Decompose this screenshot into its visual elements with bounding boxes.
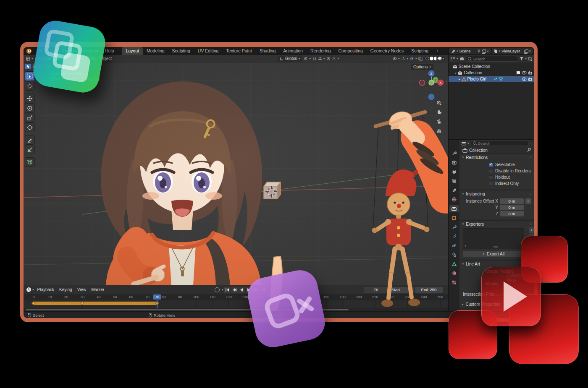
disable-render-camera-icon[interactable] [528, 71, 533, 75]
list-grip-icon[interactable] [494, 246, 498, 248]
gizmo-z-neg-axis[interactable] [428, 94, 435, 100]
outliner-search[interactable] [465, 56, 519, 62]
xray-toggle-icon[interactable] [418, 57, 423, 61]
pin-icon[interactable] [527, 148, 531, 152]
select-mode-tweak-icon[interactable] [25, 64, 31, 69]
tool-annotate[interactable] [25, 135, 34, 144]
checkbox[interactable] [489, 163, 493, 167]
checkbox[interactable] [489, 169, 493, 173]
tool-cursor[interactable] [25, 81, 34, 90]
tab-constraints[interactable] [449, 251, 459, 258]
prev-keyframe-button[interactable] [231, 287, 238, 293]
timeline-menu-item[interactable]: View [75, 287, 89, 292]
current-frame-badge[interactable]: 76 [153, 294, 161, 299]
gizmos-toggle[interactable]: ▾ [401, 57, 408, 61]
tab-particles[interactable] [449, 233, 459, 240]
overlays-toggle[interactable]: ▾ [410, 57, 417, 61]
new-collection-icon[interactable] [528, 57, 533, 61]
tool-transform[interactable] [25, 123, 34, 132]
camera-view-icon[interactable] [436, 118, 443, 125]
tab-modifiers[interactable] [449, 224, 459, 231]
tool-measure[interactable] [25, 145, 34, 154]
collection-exclude-checkbox[interactable] [516, 71, 520, 75]
viewlayer-selector[interactable]: ▾ ViewLayer × [492, 48, 533, 54]
tab-collection[interactable] [449, 205, 459, 212]
filter-funnel-icon[interactable] [520, 57, 524, 61]
outliner-row-collection[interactable]: ∨ Collection [449, 70, 534, 76]
tool-add-cube[interactable] [25, 158, 34, 167]
instance-offset-x-field[interactable]: 0 m [500, 198, 524, 204]
properties-editor-type-icon[interactable] [461, 141, 466, 146]
tool-scale[interactable] [25, 113, 34, 122]
timeline-menu-item[interactable]: Playback [35, 287, 57, 292]
timeline-playhead[interactable] [157, 300, 158, 308]
checkbox[interactable] [489, 175, 493, 180]
workspace-tab[interactable]: Sculpting [168, 47, 194, 55]
expand-chevron-icon[interactable]: ▸ [459, 78, 460, 81]
checkbox[interactable] [489, 182, 493, 186]
workspace-tab[interactable]: Layout [122, 47, 143, 55]
shading-wireframe-icon[interactable] [425, 57, 429, 60]
tab-material[interactable] [449, 270, 459, 277]
timeline-track[interactable] [24, 300, 448, 308]
workspace-tab[interactable]: Texture Paint [222, 47, 255, 55]
timeline-ruler[interactable]: 76 0102030405060708090100110120130140150… [24, 294, 448, 300]
outliner-filter-collection-icon[interactable] [459, 57, 464, 61]
navigation-gizmo[interactable]: Z X Y [418, 69, 444, 102]
workspace-tab[interactable]: Scripting [407, 47, 432, 55]
snap-toggle[interactable]: ▾ [312, 57, 325, 61]
gizmo-x-neg-axis[interactable] [420, 80, 425, 86]
jump-to-start-button[interactable] [224, 287, 231, 293]
tab-tool[interactable] [449, 150, 459, 157]
current-frame-field[interactable]: 76 [364, 287, 388, 293]
properties-search[interactable] [470, 141, 529, 146]
tab-object-data[interactable] [449, 260, 459, 268]
panel-exporters-header[interactable]: ∨ Exporters ≡ [459, 221, 534, 227]
tab-world[interactable] [449, 196, 459, 203]
tab-render[interactable] [449, 159, 459, 166]
hide-eye-icon[interactable] [522, 71, 527, 75]
workspace-tab[interactable]: Shading [256, 47, 280, 55]
workspace-tab[interactable]: UV Editing [194, 47, 223, 55]
expand-chevron-icon[interactable]: ∨ [454, 71, 457, 75]
zoom-icon[interactable] [436, 99, 443, 107]
end-frame-field[interactable]: End250 [415, 287, 443, 293]
play-reverse-button[interactable] [239, 287, 245, 293]
workspace-tab[interactable]: Rendering [307, 47, 334, 55]
export-all-button[interactable]: ↑ Export All [463, 251, 524, 257]
start-frame-field[interactable]: Start [389, 287, 414, 293]
editor-type-icon[interactable] [26, 57, 30, 61]
workspace-tab[interactable]: Geometry Nodes [367, 47, 407, 55]
workspace-tab[interactable]: Animation [279, 47, 307, 55]
hide-eye-icon[interactable] [522, 77, 527, 81]
timeline-editor-type-icon[interactable] [26, 287, 32, 292]
transform-orientation[interactable]: Global ▾ [278, 56, 302, 62]
proportional-edit-toggle[interactable]: ▾ [326, 57, 339, 61]
outliner-row-pixelo-girl[interactable]: ▸ Pixelo Girl [449, 76, 534, 82]
exporters-list[interactable]: ▸ [463, 228, 524, 249]
viewport-3d[interactable]: User Perspective (76) Collection | Pixel… [24, 62, 448, 285]
auto-keying-toggle[interactable] [215, 287, 220, 292]
new-viewlayer-icon[interactable] [524, 49, 528, 53]
new-scene-icon[interactable] [482, 49, 485, 53]
offset-dropdown-button[interactable]: ▾ [525, 198, 531, 204]
close-scene-icon[interactable]: × [486, 49, 488, 53]
instance-offset-z-field[interactable]: 0 m [500, 211, 524, 216]
shading-material-icon[interactable] [434, 57, 438, 60]
timeline-scrollbar[interactable] [24, 308, 448, 311]
panel-restrictions-header[interactable]: ∨ Restrictions ≡ [459, 154, 534, 161]
shading-solid-icon[interactable] [430, 57, 433, 60]
properties-search-input[interactable] [478, 141, 527, 146]
sidebar-collapse-arrow[interactable]: ‹ [446, 79, 447, 83]
tab-view-layer[interactable] [449, 177, 459, 185]
pin-icon[interactable] [477, 49, 480, 53]
add-workspace-button[interactable]: + [433, 47, 442, 55]
perspective-grid-icon[interactable] [436, 127, 443, 134]
add-exporter-button[interactable]: + [529, 227, 534, 233]
outliner-display-mode-icon[interactable] [450, 57, 455, 61]
tool-move[interactable] [25, 94, 34, 103]
tool-rotate[interactable] [25, 104, 34, 112]
chevron-down-icon[interactable]: ⌄ [530, 142, 533, 145]
tool-select-box[interactable] [25, 72, 34, 81]
tab-object[interactable] [449, 214, 459, 221]
